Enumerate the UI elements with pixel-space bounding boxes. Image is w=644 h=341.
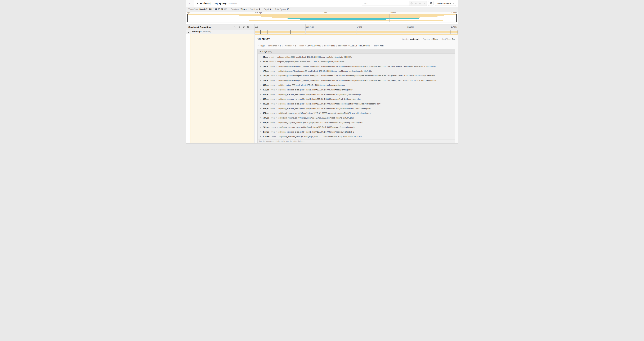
tag-item: user=root [374, 45, 384, 47]
log-entry[interactable]: 502μs:event=‹sql/conn_executor_exec.go:6… [258, 106, 455, 111]
tag-item: node=sql1 [324, 45, 335, 47]
tag-item: statement=SELECT * FROM users [338, 45, 370, 47]
log-entry[interactable]: 201μs:event=‹sql/catalog/lease/descripto… [258, 78, 455, 83]
minimap-canvas[interactable] [187, 14, 457, 22]
tag-item: _unfinished=1 [267, 45, 281, 47]
log-entry[interactable]: 34μs:event=‹sql/exec_util.go:2297 [nsql1… [258, 55, 455, 59]
span-collapse-icon[interactable] [188, 31, 190, 34]
expand-all-icon[interactable] [247, 26, 249, 28]
chevron-right-icon [260, 56, 261, 58]
log-event-key: event [270, 70, 275, 72]
span-row[interactable]: node sql1sql query [186, 30, 458, 34]
log-event-value: ‹sql/exec_util.go:2297 [nsql1,client=127… [277, 56, 352, 58]
log-entry[interactable]: 2.79ms:event=‹sql/conn_executor_exec.go:… [258, 134, 455, 139]
log-entry[interactable]: 176μs:event=‹sql/catalog/descs/descripto… [258, 69, 455, 73]
log-entry[interactable]: 459μs:event=‹sql/conn_executor_exec.go:6… [258, 87, 455, 92]
log-event-value: ‹sql/conn_executor_exec.go:684 [nsql1,cl… [278, 107, 371, 110]
span-detail-row: sql query Service:node sql1 Duration:2.7… [186, 34, 458, 143]
log-entry[interactable]: 142μs:event=‹sql/catalog/lease/descripto… [258, 64, 455, 69]
chevron-right-icon [260, 94, 261, 95]
minimap-tick-label: 1.4ms [322, 12, 327, 14]
log-entry[interactable]: 366μs:event=‹sql/plan_opt.go:358 [nsql1,… [258, 83, 455, 87]
expand-one-icon[interactable] [238, 26, 240, 28]
tag-key: client [299, 45, 304, 47]
summary-item: Depth6 [264, 8, 272, 11]
tag-divider [282, 45, 283, 47]
minimap-left-scrubber[interactable] [187, 14, 188, 22]
column-resizer-grip[interactable] [252, 27, 253, 29]
log-equals: = [276, 75, 277, 77]
chevron-down-icon [259, 51, 261, 52]
log-entry[interactable]: 189μs:event=‹sql/catalog/lease/descripto… [258, 73, 455, 78]
prev-match-icon[interactable] [414, 2, 418, 5]
log-timestamp: 495μs: [262, 103, 269, 105]
log-entry[interactable]: 80μs:event=‹sql/plan_opt.go:358 [nsql1,c… [258, 59, 455, 64]
log-entry[interactable]: 2.69ms:event=‹sql/conn_executor_exec.go:… [258, 125, 455, 129]
summary-label: Depth [264, 8, 269, 11]
ruler-tick-label: 2.09ms [408, 26, 414, 28]
keyboard-shortcuts-button[interactable]: ⌘ [428, 1, 434, 6]
log-timestamp: 2.69ms: [262, 126, 270, 128]
log-event-value: ‹sql/catalog/lease/descriptor_version_st… [278, 65, 436, 67]
log-entry[interactable]: 476μs:event=‹sql/conn_executor_exec.go:6… [258, 92, 455, 97]
log-event-key: event [270, 117, 275, 119]
log-event-key: event [270, 79, 275, 82]
tag-value: 127.0.0.1:59936 [306, 45, 321, 47]
top-nav: ← node sql1: sql query 7418682 ⌘ Trace T… [186, 0, 458, 7]
tag-value: root [380, 45, 384, 47]
view-selector-button[interactable]: Trace Timeline [435, 1, 456, 6]
log-equals: = [276, 98, 277, 100]
log-event-value: ‹sql/catalog/lease/descriptor_version_st… [278, 79, 436, 82]
clear-search-icon[interactable] [422, 2, 426, 5]
log-entry[interactable]: 2.7ms:event=‹sql/conn_executor_exec.go:6… [258, 129, 455, 134]
collapse-all-icon[interactable] [243, 26, 245, 28]
log-marker [260, 30, 260, 34]
focus-match-icon[interactable] [410, 2, 414, 5]
log-timestamp: 597μs: [262, 117, 269, 119]
span-bar-graph[interactable] [255, 30, 458, 34]
log-entry[interactable]: 486μs:event=‹sql/conn_executor_exec.go:6… [258, 97, 455, 101]
minimap-tick-label: 0μs [188, 12, 190, 14]
log-event-key: event [272, 136, 276, 138]
chevron-right-icon [260, 117, 261, 119]
minimap-right-scrubber[interactable] [456, 14, 457, 22]
minimap-tick-label: 697.75μs [255, 12, 262, 14]
back-button[interactable]: ← [186, 0, 194, 7]
summary-label: Trace Start [188, 8, 198, 11]
log-event-value: ‹sql/conn_executor_exec.go:2046 [nsql1,c… [279, 136, 362, 138]
log-entry[interactable]: 678μs:event=‹sql/distsql_physical_planne… [258, 120, 455, 125]
log-marker [291, 30, 291, 34]
find-box [362, 1, 427, 6]
find-input[interactable] [362, 1, 409, 6]
start-time-value: 0μs [452, 38, 455, 40]
logs-header[interactable]: Logs (18) [258, 49, 455, 54]
tag-divider [298, 45, 298, 47]
log-event-key: event [269, 56, 274, 58]
detail-left-fill [190, 34, 254, 143]
collapse-one-icon[interactable] [234, 26, 236, 28]
chevron-right-icon [260, 131, 261, 133]
log-equals: = [276, 65, 277, 67]
trace-collapse-icon[interactable] [196, 2, 198, 5]
tag-value: 1 [295, 45, 296, 47]
next-match-icon[interactable] [418, 2, 422, 5]
tag-key: _unfinished [267, 45, 277, 47]
log-entry[interactable]: 574μs:event=‹sql/distsql_running.go:1420… [258, 111, 455, 115]
tag-equals: = [348, 45, 349, 47]
log-event-value: ‹sql/distsql_running.go:498 [nsql1,clien… [278, 117, 354, 119]
log-entry[interactable]: 597μs:event=‹sql/distsql_running.go:498 … [258, 115, 455, 120]
tags-accordion[interactable]: Tags: _unfinished=1_verbose=1client=127.… [258, 43, 455, 48]
summary-label: Duration [231, 8, 238, 11]
log-marker [296, 30, 296, 34]
log-equals: = [276, 70, 277, 72]
log-event-key: event [270, 131, 275, 133]
log-event-key: event [270, 65, 275, 67]
log-entry[interactable]: 495μs:event=‹sql/conn_executor_exec.go:6… [258, 101, 455, 106]
log-event-value: ‹sql/catalog/lease/descriptor_version_st… [278, 75, 436, 77]
log-equals: = [276, 93, 277, 96]
summary-label: Services [250, 8, 258, 11]
minimap-tick-label: 2.09ms [390, 12, 396, 14]
tag-equals: = [293, 45, 294, 47]
tag-divider [336, 45, 336, 47]
summary-value: 6 [270, 8, 272, 11]
